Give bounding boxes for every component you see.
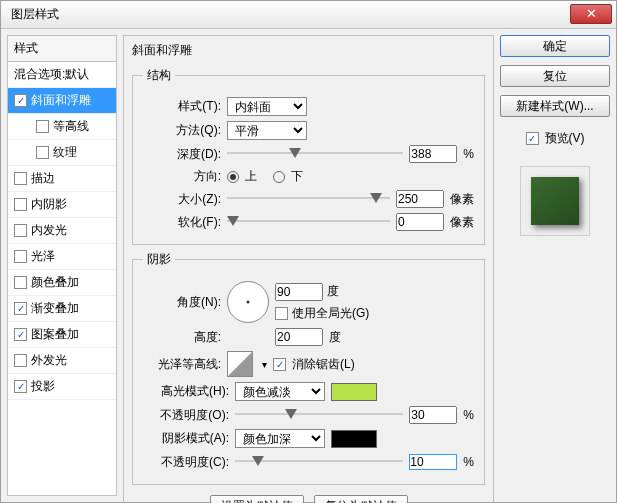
style-select[interactable]: 内斜面 bbox=[227, 97, 307, 116]
style-label: 等高线 bbox=[53, 118, 89, 135]
style-item-5[interactable]: 内发光 bbox=[8, 218, 116, 244]
style-label: 斜面和浮雕 bbox=[31, 92, 91, 109]
style-checkbox[interactable] bbox=[14, 354, 27, 367]
style-item-6[interactable]: 光泽 bbox=[8, 244, 116, 270]
highlight-mode-select[interactable]: 颜色减淡 bbox=[235, 382, 325, 401]
shadow-mode-select[interactable]: 颜色加深 bbox=[235, 429, 325, 448]
shading-group: 阴影 角度(N): 度 使用全局光(G) bbox=[132, 251, 485, 485]
angle-dial[interactable] bbox=[227, 281, 269, 323]
preview-checkbox[interactable] bbox=[526, 132, 539, 145]
style-label: 颜色叠加 bbox=[31, 274, 79, 291]
style-checkbox[interactable] bbox=[14, 302, 27, 315]
style-checkbox[interactable] bbox=[14, 172, 27, 185]
style-label: 描边 bbox=[31, 170, 55, 187]
style-checkbox[interactable] bbox=[14, 328, 27, 341]
altitude-input[interactable] bbox=[275, 328, 323, 346]
gloss-contour-dropdown[interactable] bbox=[259, 357, 267, 371]
styles-header: 样式 bbox=[8, 36, 116, 62]
close-button[interactable]: ✕ bbox=[570, 4, 612, 24]
window-title: 图层样式 bbox=[5, 6, 59, 23]
dialog-buttons: 确定 复位 新建样式(W)... 预览(V) bbox=[500, 35, 610, 496]
antialias-checkbox[interactable] bbox=[273, 358, 286, 371]
style-item-8[interactable]: 渐变叠加 bbox=[8, 296, 116, 322]
global-light-checkbox[interactable] bbox=[275, 307, 288, 320]
style-checkbox[interactable] bbox=[14, 94, 27, 107]
shadow-opacity-input[interactable] bbox=[409, 454, 457, 470]
style-label: 内发光 bbox=[31, 222, 67, 239]
preview-image bbox=[531, 177, 579, 225]
style-checkbox[interactable] bbox=[14, 276, 27, 289]
style-item-10[interactable]: 外发光 bbox=[8, 348, 116, 374]
shadow-color-swatch[interactable] bbox=[331, 430, 377, 448]
panel-title: 斜面和浮雕 bbox=[132, 42, 485, 59]
style-item-1[interactable]: 等高线 bbox=[8, 114, 116, 140]
titlebar[interactable]: 图层样式 ✕ bbox=[1, 1, 616, 29]
style-item-11[interactable]: 投影 bbox=[8, 374, 116, 400]
style-checkbox[interactable] bbox=[14, 250, 27, 263]
soften-slider[interactable] bbox=[227, 213, 390, 231]
styles-list: 样式 混合选项:默认 斜面和浮雕等高线纹理描边内阴影内发光光泽颜色叠加渐变叠加图… bbox=[7, 35, 117, 496]
highlight-color-swatch[interactable] bbox=[331, 383, 377, 401]
style-item-9[interactable]: 图案叠加 bbox=[8, 322, 116, 348]
style-checkbox[interactable] bbox=[14, 380, 27, 393]
style-item-4[interactable]: 内阴影 bbox=[8, 192, 116, 218]
gloss-contour-picker[interactable] bbox=[227, 351, 253, 377]
size-slider[interactable] bbox=[227, 190, 390, 208]
reset-default-button[interactable]: 复位为默认值 bbox=[314, 495, 408, 503]
style-checkbox[interactable] bbox=[36, 120, 49, 133]
depth-input[interactable] bbox=[409, 145, 457, 163]
preview-thumbnail bbox=[520, 166, 590, 236]
direction-down-radio[interactable] bbox=[273, 171, 285, 183]
style-label: 渐变叠加 bbox=[31, 300, 79, 317]
style-label: 内阴影 bbox=[31, 196, 67, 213]
angle-input[interactable] bbox=[275, 283, 323, 301]
soften-input[interactable] bbox=[396, 213, 444, 231]
style-label: 光泽 bbox=[31, 248, 55, 265]
style-checkbox[interactable] bbox=[14, 224, 27, 237]
style-label: 图案叠加 bbox=[31, 326, 79, 343]
cancel-button[interactable]: 复位 bbox=[500, 65, 610, 87]
ok-button[interactable]: 确定 bbox=[500, 35, 610, 57]
style-label: 投影 bbox=[31, 378, 55, 395]
blend-options-item[interactable]: 混合选项:默认 bbox=[8, 62, 116, 88]
highlight-opacity-slider[interactable] bbox=[235, 406, 403, 424]
depth-slider[interactable] bbox=[227, 145, 403, 163]
style-item-7[interactable]: 颜色叠加 bbox=[8, 270, 116, 296]
style-item-0[interactable]: 斜面和浮雕 bbox=[8, 88, 116, 114]
highlight-opacity-input[interactable] bbox=[409, 406, 457, 424]
direction-up-radio[interactable] bbox=[227, 171, 239, 183]
style-item-2[interactable]: 纹理 bbox=[8, 140, 116, 166]
method-select[interactable]: 平滑 bbox=[227, 121, 307, 140]
style-checkbox[interactable] bbox=[36, 146, 49, 159]
new-style-button[interactable]: 新建样式(W)... bbox=[500, 95, 610, 117]
style-item-3[interactable]: 描边 bbox=[8, 166, 116, 192]
make-default-button[interactable]: 设置为默认值 bbox=[210, 495, 304, 503]
size-input[interactable] bbox=[396, 190, 444, 208]
layer-style-dialog: 图层样式 ✕ 样式 混合选项:默认 斜面和浮雕等高线纹理描边内阴影内发光光泽颜色… bbox=[0, 0, 617, 503]
shadow-opacity-slider[interactable] bbox=[235, 453, 403, 471]
structure-group: 结构 样式(T): 内斜面 方法(Q): 平滑 深度(D): % bbox=[132, 67, 485, 245]
style-checkbox[interactable] bbox=[14, 198, 27, 211]
style-label: 外发光 bbox=[31, 352, 67, 369]
settings-panel: 斜面和浮雕 结构 样式(T): 内斜面 方法(Q): 平滑 深度(D): bbox=[123, 35, 494, 496]
style-label: 纹理 bbox=[53, 144, 77, 161]
